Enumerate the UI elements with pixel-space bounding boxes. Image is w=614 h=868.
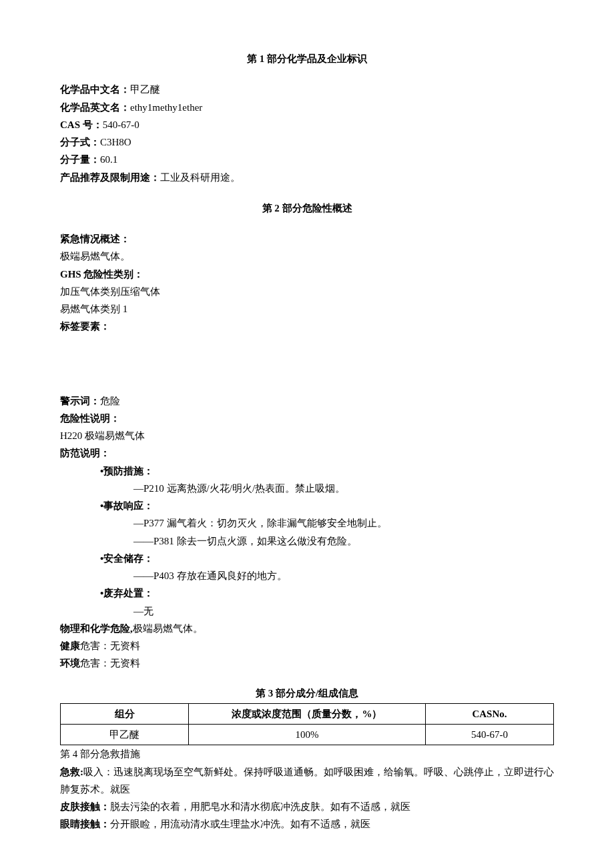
section-2-title: 第 2 部分危险性概述 [60,199,554,217]
th-casno: CASNo. [425,703,553,724]
storage-label: •安全储存： [60,550,554,567]
td-concentration: 100% [189,725,426,745]
p210: —P210 远离热源/火花/明火/热表面。禁止吸烟。 [60,480,554,497]
p377: —P377 漏气着火：切勿灭火，除非漏气能够安全地制止。 [60,514,554,532]
cas-value: 540-67-0 [103,119,139,130]
p403: ——P403 存放在通风良好的地方。 [60,567,554,584]
phys-value: 极端易燃气体。 [133,623,203,634]
inhalation-value: 吸入：迅速脱离现场至空气新鲜处。保持呼吸道通畅。如呼吸困难，给输氧。呼吸、心跳停… [60,767,554,795]
hazard-label: 危险性说明： [60,410,554,427]
emergency-label: 紧急情况概述： [60,230,554,248]
section-4-title: 第 4 部分急救措施 [60,745,554,763]
skin-row: 皮肤接触：脱去污染的衣着，用肥皂水和清水彻底冲洗皮肤。如有不适感，就医 [60,798,554,815]
td-component: 甲乙醚 [61,725,189,745]
name-cn-value: 甲乙醚 [130,84,160,95]
signal-label: 警示词： [60,396,100,406]
label-elements: 标签要素： [60,318,554,335]
signal-row: 警示词：危险 [60,392,554,410]
ghs-category-1: 加压气体类别压缩气体 [60,283,554,300]
formula-label: 分子式： [60,137,100,147]
signal-value: 危险 [100,396,120,406]
inhale-row: 急救:吸入：迅速脱离现场至空气新鲜处。保持呼吸道通畅。如呼吸困难，给输氧。呼吸、… [60,763,554,799]
composition-table: 组分 浓度或浓度范围（质量分数，%） CASNo. 甲乙醚 100% 540-6… [60,703,554,746]
pictogram-placeholder [60,336,554,392]
disposal-label: •废弃处置： [60,584,554,602]
health-row: 健康危害：无资料 [60,637,554,655]
use-row: 产品推荐及限制用途：工业及科研用途。 [60,169,554,186]
formula-value: C3H8O [100,137,131,147]
mw-value: 60.1 [100,154,117,165]
p381: ——P381 除去一切点火源，如果这么做没有危险。 [60,532,554,550]
env-label: 环境 [60,658,80,669]
eye-value: 分开眼睑，用流动清水或生理盐水冲洗。如有不适感，就医 [110,819,370,829]
use-label: 产品推荐及限制用途： [60,172,160,183]
eye-label: 眼睛接触： [60,819,110,829]
formula-row: 分子式：C3H8O [60,133,554,151]
env-row: 环境危害：无资料 [60,655,554,672]
use-value: 工业及科研用途。 [160,172,240,183]
section-1-title: 第 1 部分化学品及企业标识 [60,50,554,67]
prevent-label: •预防措施： [60,462,554,480]
th-concentration: 浓度或浓度范围（质量分数，%） [189,703,426,724]
phys-row: 物理和化学危险,极端易燃气体。 [60,620,554,637]
name-en-label: 化学品英文名： [60,102,130,113]
ghs-label: GHS 危险性类别： [60,266,554,283]
disposal-value: —无 [60,602,554,620]
name-cn-label: 化学品中文名： [60,84,130,95]
section-3-title: 第 3 部分成分/组成信息 [60,685,554,702]
name-cn-row: 化学品中文名：甲乙醚 [60,81,554,98]
cas-row: CAS 号：540-67-0 [60,116,554,133]
table-header-row: 组分 浓度或浓度范围（质量分数，%） CASNo. [61,703,554,724]
table-row: 甲乙醚 100% 540-67-0 [61,725,554,745]
skin-label: 皮肤接触： [60,801,110,812]
env-value: 危害：无资料 [80,658,140,669]
skin-value: 脱去污染的衣着，用肥皂水和清水彻底冲洗皮肤。如有不适感，就医 [110,801,410,812]
health-value: 危害：无资料 [80,640,140,651]
h220: H220 极端易燃气体 [60,427,554,444]
mw-row: 分子量：60.1 [60,151,554,168]
mw-label: 分子量： [60,154,100,165]
cas-label: CAS 号： [60,119,103,130]
inhalation-label: 急救: [60,767,83,777]
response-label: •事故响应： [60,497,554,514]
ghs-category-2: 易燃气体类别 1 [60,300,554,318]
name-en-row: 化学品英文名：ethy1methy1ether [60,99,554,116]
phys-label: 物理和化学危险, [60,623,133,634]
health-label: 健康 [60,640,80,651]
name-en-value: ethy1methy1ether [130,102,202,113]
precaution-label: 防范说明： [60,444,554,462]
emergency-value: 极端易燃气体。 [60,248,554,265]
th-component: 组分 [61,703,189,724]
td-casno: 540-67-0 [425,725,553,745]
eye-row: 眼睛接触：分开眼睑，用流动清水或生理盐水冲洗。如有不适感，就医 [60,815,554,833]
